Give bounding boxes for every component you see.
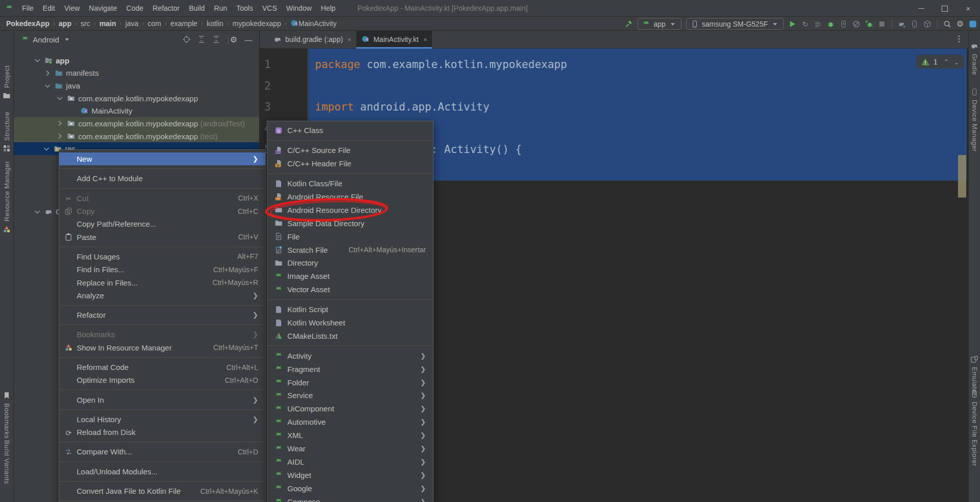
locate-icon[interactable] [183, 35, 191, 43]
menu-item-convert-java-file-to-kotlin-file[interactable]: Convert Java File to Kotlin FileCtrl+Alt… [59, 485, 265, 497]
run-config-selector[interactable]: app [637, 18, 681, 30]
menu-window[interactable]: Window [282, 0, 316, 16]
menu-item-folder[interactable]: Folder❯ [267, 376, 433, 389]
menu-item-kotlin-class-file[interactable]: Kotlin Class/File [267, 177, 433, 190]
search-everywhere-icon[interactable] [943, 20, 951, 28]
tool-stripe-bookmarks[interactable]: Bookmarks [0, 391, 13, 439]
menu-item-image-asset[interactable]: Image Asset [267, 270, 433, 283]
chevron-down-icon[interactable] [33, 56, 41, 64]
editor-tab-mainactivity-kt[interactable]: MainActivity.kt× [356, 31, 432, 48]
menu-item-fragment[interactable]: Fragment❯ [267, 362, 433, 376]
breadcrumb-item[interactable]: PokedexApp [6, 19, 50, 28]
menu-item-directory[interactable]: Directory [267, 256, 433, 270]
notifications-icon[interactable] [969, 20, 977, 28]
chevron-down-icon[interactable] [43, 82, 52, 90]
sdk-manager-icon[interactable] [923, 20, 931, 28]
tree-item-app[interactable]: app [14, 54, 259, 67]
stop-icon[interactable] [878, 20, 886, 28]
editor-scrollbar-thumb[interactable] [958, 155, 966, 198]
menu-item-refactor[interactable]: Refactor❯ [59, 309, 265, 321]
tool-stripe-project[interactable]: Project [0, 66, 13, 100]
menu-item-file[interactable]: File [267, 230, 433, 243]
menu-item-kotlin-worksheet[interactable]: Kotlin Worksheet [267, 316, 433, 330]
menu-item-xml[interactable]: XML❯ [267, 429, 433, 442]
close-button[interactable]: × [956, 0, 980, 17]
menu-item-activity[interactable]: Activity❯ [267, 349, 433, 362]
tool-stripe-device-file-explorer[interactable]: Device File Explorer [969, 390, 980, 466]
menu-item-widget[interactable]: Widget❯ [267, 468, 433, 482]
project-view-selector[interactable]: Android [33, 35, 59, 44]
breadcrumb-item[interactable]: src [81, 19, 90, 28]
chevron-right-icon[interactable] [56, 132, 64, 140]
attach-debugger-icon[interactable] [865, 20, 873, 28]
breadcrumb-item[interactable]: MainActivity [299, 19, 337, 28]
menu-item-android-resource-directory[interactable]: Android Resource Directory [267, 203, 433, 216]
breadcrumb-item[interactable]: java [125, 19, 139, 28]
expand-all-icon[interactable] [197, 35, 206, 43]
tree-item-manifests[interactable]: manifests [14, 67, 259, 80]
apply-changes-icon[interactable] [839, 20, 848, 28]
rerun-icon[interactable]: ↻ [801, 20, 809, 28]
menu-help[interactable]: Help [316, 0, 340, 16]
settings-icon[interactable]: ⚙ [956, 20, 964, 28]
hide-icon[interactable]: ― [244, 35, 253, 43]
breadcrumb-item[interactable]: com [148, 19, 161, 28]
inspections-widget[interactable]: 1 ⌃⌃ [916, 55, 964, 69]
menu-file[interactable]: File [17, 0, 38, 16]
tree-item-com-example-kotlin-mypokedexapp[interactable]: com.example.kotlin.mypokedexapp (test) [14, 130, 259, 143]
menu-item-compose[interactable]: Compose❯ [267, 495, 433, 502]
sync-project-icon[interactable] [898, 20, 906, 28]
next-issue-icon[interactable]: ⌃ [954, 58, 959, 66]
menu-view[interactable]: View [60, 0, 84, 16]
menu-item-reload-from-disk[interactable]: ⟳Reload from Disk [59, 426, 265, 439]
chevron-right-icon[interactable] [56, 119, 64, 127]
profiler-sessions-icon[interactable] [814, 20, 822, 28]
menu-item-find-in-files-[interactable]: Find in Files...Ctrl+Mayús+F [59, 263, 265, 276]
menu-item-google[interactable]: Google❯ [267, 482, 433, 495]
menu-item-cut[interactable]: ✂CutCtrl+X [59, 192, 265, 205]
settings-icon[interactable]: ⚙ [230, 35, 238, 43]
tool-stripe-device-manager[interactable]: Device Manager [969, 88, 980, 152]
collapse-all-icon[interactable] [212, 35, 220, 43]
menu-item-vector-asset[interactable]: Vector Asset [267, 283, 433, 296]
menu-item-paste[interactable]: PasteCtrl+V [59, 230, 265, 243]
editor-options-icon[interactable]: ⋮ [955, 34, 963, 43]
device-selector[interactable]: samsung SM-G525F [686, 18, 784, 30]
menu-item-analyze[interactable]: Analyze❯ [59, 289, 265, 302]
menu-navigate[interactable]: Navigate [84, 0, 122, 16]
menu-item-reformat-code[interactable]: Reformat CodeCtrl+Alt+L [59, 361, 265, 374]
tool-stripe-build-variants[interactable]: Build Variants [0, 440, 13, 484]
menu-refactor[interactable]: Refactor [148, 0, 185, 16]
breadcrumb-item[interactable]: main [99, 19, 116, 28]
menu-item-open-in[interactable]: Open In❯ [59, 393, 265, 406]
chevron-down-icon[interactable] [42, 145, 51, 153]
chevron-right-icon[interactable] [43, 69, 52, 77]
menu-tools[interactable]: Tools [232, 0, 258, 16]
tree-item-com-example-kotlin-mypokedexapp[interactable]: com.example.kotlin.mypokedexapp (android… [14, 117, 259, 130]
menu-item-compare-with-[interactable]: Compare With...Ctrl+D [59, 445, 265, 458]
chevron-down-icon[interactable] [33, 208, 41, 216]
maximize-button[interactable] [933, 0, 956, 17]
tool-stripe-gradle[interactable]: Gradle [969, 42, 980, 75]
menu-item-copy-path-reference-[interactable]: Copy Path/Reference... [59, 217, 265, 230]
menu-item-local-history[interactable]: Local History❯ [59, 413, 265, 426]
tree-item-com-example-kotlin-mypokedexapp[interactable]: com.example.kotlin.mypokedexapp [14, 92, 259, 105]
minimize-button[interactable] [909, 0, 933, 17]
profile-icon[interactable] [852, 20, 860, 28]
menu-vcs[interactable]: VCS [258, 0, 282, 16]
menu-item-sample-data-directory[interactable]: Sample Data Directory [267, 216, 433, 230]
debug-icon[interactable] [827, 20, 835, 28]
close-tab-icon[interactable]: × [423, 36, 427, 43]
run-icon[interactable] [788, 20, 796, 28]
tool-stripe-resource-manager[interactable]: Resource Manager [0, 161, 13, 233]
menu-item-wear[interactable]: Wear❯ [267, 442, 433, 455]
menu-item-find-usages[interactable]: Find UsagesAlt+F7 [59, 250, 265, 263]
menu-item-bookmarks[interactable]: Bookmarks❯ [59, 328, 265, 341]
editor-tab-build-gradle-app-[interactable]: build.gradle (:app)× [268, 31, 356, 48]
prev-issue-icon[interactable]: ⌃ [944, 58, 949, 66]
menu-run[interactable]: Run [210, 0, 232, 16]
menu-item-c-class[interactable]: SC++ Class [267, 124, 433, 137]
menu-item-show-in-resource-manager[interactable]: Show In Resource ManagerCtrl+Mayús+T [59, 341, 265, 354]
menu-item-load-unload-modules-[interactable]: Load/Unload Modules... [59, 465, 265, 478]
close-tab-icon[interactable]: × [348, 36, 352, 43]
